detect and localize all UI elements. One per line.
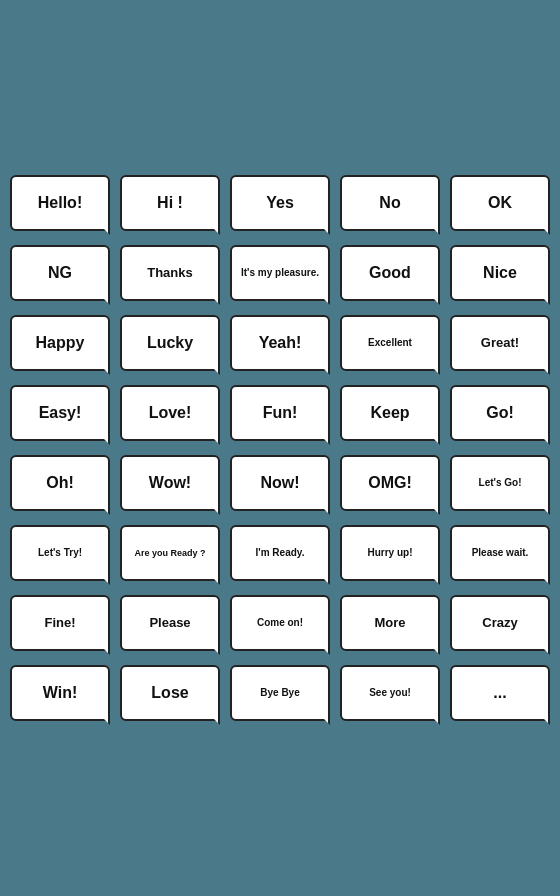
sticker-label-please: Please (149, 615, 190, 631)
sticker-label-please-wait: Please wait. (472, 547, 529, 559)
sticker-label-easy: Easy! (39, 403, 82, 422)
sticker-love[interactable]: Love! (120, 385, 220, 441)
sticker-label-its-my-pleasure: It's my pleasure. (241, 267, 319, 279)
sticker-wow[interactable]: Wow! (120, 455, 220, 511)
sticker-label-no: No (379, 193, 400, 212)
sticker-label-thanks: Thanks (147, 265, 193, 281)
sticker-now[interactable]: Now! (230, 455, 330, 511)
sticker-fine[interactable]: Fine! (10, 595, 110, 651)
sticker-easy[interactable]: Easy! (10, 385, 110, 441)
sticker-label-keep: Keep (370, 403, 409, 422)
sticker-label-win: Win! (43, 683, 78, 702)
sticker-good[interactable]: Good (340, 245, 440, 301)
sticker-im-ready[interactable]: I'm Ready. (230, 525, 330, 581)
sticker-see-you[interactable]: See you! (340, 665, 440, 721)
sticker-label-are-you-ready: Are you Ready ? (134, 548, 205, 559)
sticker-label-fun: Fun! (263, 403, 298, 422)
sticker-yes[interactable]: Yes (230, 175, 330, 231)
sticker-dots[interactable]: ... (450, 665, 550, 721)
sticker-grid: Hello!Hi !YesNoOKNGThanksIt's my pleasur… (10, 175, 550, 721)
sticker-label-ok: OK (488, 193, 512, 212)
sticker-ng[interactable]: NG (10, 245, 110, 301)
sticker-ok[interactable]: OK (450, 175, 550, 231)
sticker-please-wait[interactable]: Please wait. (450, 525, 550, 581)
sticker-win[interactable]: Win! (10, 665, 110, 721)
sticker-label-hello: Hello! (38, 193, 82, 212)
sticker-lose[interactable]: Lose (120, 665, 220, 721)
sticker-label-more: More (374, 615, 405, 631)
sticker-nice[interactable]: Nice (450, 245, 550, 301)
sticker-label-oh: Oh! (46, 473, 74, 492)
sticker-keep[interactable]: Keep (340, 385, 440, 441)
sticker-its-my-pleasure[interactable]: It's my pleasure. (230, 245, 330, 301)
sticker-label-wow: Wow! (149, 473, 191, 492)
sticker-label-hi: Hi ! (157, 193, 183, 212)
sticker-label-love: Love! (149, 403, 192, 422)
sticker-lets-go[interactable]: Let's Go! (450, 455, 550, 511)
sticker-label-dots: ... (493, 683, 506, 702)
sticker-label-nice: Nice (483, 263, 517, 282)
sticker-label-see-you: See you! (369, 687, 411, 699)
sticker-hi[interactable]: Hi ! (120, 175, 220, 231)
sticker-excellent[interactable]: Excellent (340, 315, 440, 371)
sticker-label-good: Good (369, 263, 411, 282)
sticker-fun[interactable]: Fun! (230, 385, 330, 441)
sticker-hurry-up[interactable]: Hurry up! (340, 525, 440, 581)
sticker-label-bye-bye: Bye Bye (260, 687, 299, 699)
sticker-no[interactable]: No (340, 175, 440, 231)
sticker-yeah[interactable]: Yeah! (230, 315, 330, 371)
sticker-are-you-ready[interactable]: Are you Ready ? (120, 525, 220, 581)
sticker-label-go: Go! (486, 403, 514, 422)
sticker-more[interactable]: More (340, 595, 440, 651)
sticker-label-ng: NG (48, 263, 72, 282)
sticker-label-fine: Fine! (44, 615, 75, 631)
sticker-label-hurry-up: Hurry up! (368, 547, 413, 559)
sticker-label-now: Now! (260, 473, 299, 492)
sticker-crazy[interactable]: Crazy (450, 595, 550, 651)
sticker-omg[interactable]: OMG! (340, 455, 440, 511)
sticker-label-omg: OMG! (368, 473, 412, 492)
sticker-label-lucky: Lucky (147, 333, 193, 352)
sticker-label-excellent: Excellent (368, 337, 412, 349)
sticker-label-crazy: Crazy (482, 615, 517, 631)
sticker-label-happy: Happy (36, 333, 85, 352)
sticker-label-lets-go: Let's Go! (479, 477, 522, 489)
sticker-great[interactable]: Great! (450, 315, 550, 371)
sticker-please[interactable]: Please (120, 595, 220, 651)
sticker-go[interactable]: Go! (450, 385, 550, 441)
sticker-thanks[interactable]: Thanks (120, 245, 220, 301)
sticker-label-lose: Lose (151, 683, 188, 702)
sticker-bye-bye[interactable]: Bye Bye (230, 665, 330, 721)
sticker-hello[interactable]: Hello! (10, 175, 110, 231)
sticker-lets-try[interactable]: Let's Try! (10, 525, 110, 581)
sticker-happy[interactable]: Happy (10, 315, 110, 371)
sticker-lucky[interactable]: Lucky (120, 315, 220, 371)
sticker-label-im-ready: I'm Ready. (256, 547, 305, 559)
sticker-oh[interactable]: Oh! (10, 455, 110, 511)
sticker-label-lets-try: Let's Try! (38, 547, 82, 559)
sticker-label-come-on: Come on! (257, 617, 303, 629)
sticker-label-yeah: Yeah! (259, 333, 302, 352)
sticker-label-yes: Yes (266, 193, 294, 212)
sticker-label-great: Great! (481, 335, 519, 351)
sticker-come-on[interactable]: Come on! (230, 595, 330, 651)
